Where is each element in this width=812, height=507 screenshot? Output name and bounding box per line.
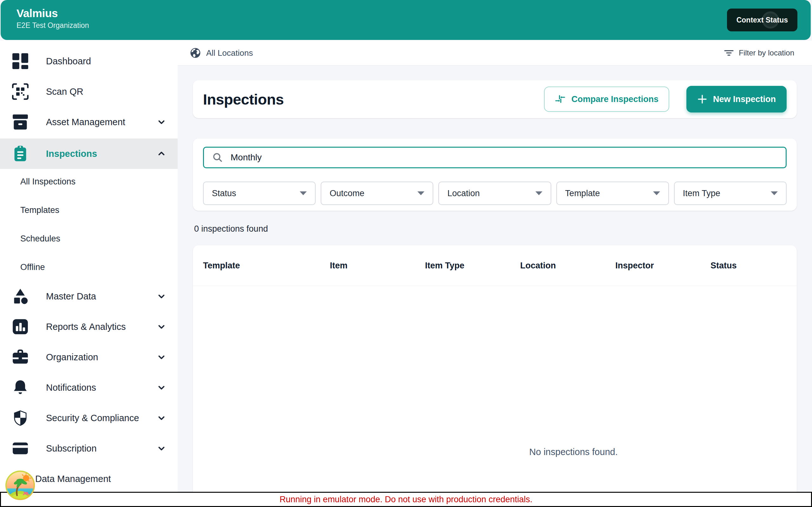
compare-arrows-icon [555,94,565,105]
clipboard-icon [11,146,29,162]
sidebar-item-label: Master Data [46,291,96,302]
column-header-status: Status [711,261,786,271]
template-filter-label: Template [565,188,600,199]
location-filter-dropdown[interactable]: Location [438,181,551,205]
search-filter-card: Status Outcome Location Template Item Ty… [193,138,797,211]
plus-icon [697,94,707,104]
item-type-filter-dropdown[interactable]: Item Type [674,181,786,205]
item-type-filter-label: Item Type [683,188,720,199]
chevron-down-icon [157,413,166,423]
sidebar-item-notifications[interactable]: Notifications [0,372,177,403]
sidebar-item-security-compliance[interactable]: Security & Compliance [0,403,177,433]
page-title: Inspections [203,91,284,108]
sidebar-item-label: Security & Compliance [46,413,139,424]
filter-lines-icon [724,48,734,58]
sidebar-item-schedules[interactable]: Schedules [0,224,177,253]
sidebar-item-subscription[interactable]: Subscription [0,433,177,464]
sidebar-item-label: Asset Management [46,117,125,127]
brand: Valmius E2E Test Organization [16,7,89,30]
sidebar-item-inspections[interactable]: Inspections [0,138,177,169]
column-header-template: Template [203,261,330,271]
sidebar-item-offline[interactable]: Offline [0,253,177,281]
column-header-item: Item [330,261,425,271]
caret-down-icon [536,191,542,195]
title-actions: Compare Inspections New Inspection [544,86,786,112]
sidebar-item-label: Reports & Analytics [46,322,125,332]
table-header-row: Template Item Item Type Location Inspect… [193,245,797,286]
archive-box-icon [11,114,29,130]
search-input[interactable] [230,152,777,163]
all-locations-label: All Locations [206,48,253,58]
status-filter-label: Status [212,188,236,199]
shapes-icon [11,288,29,304]
template-filter-dropdown[interactable]: Template [556,181,669,205]
page-header-card: Inspections Compare Inspections [193,80,797,118]
app-title: Valmius [16,7,89,20]
sidebar-item-label: Notifications [46,383,96,393]
compare-inspections-label: Compare Inspections [571,95,658,104]
briefcase-icon [11,349,29,365]
sidebar-item-master-data[interactable]: Master Data [0,281,177,312]
sidebar-item-all-inspections[interactable]: All Inspections [0,167,177,196]
caret-down-icon [771,191,778,195]
sidebar-item-templates[interactable]: Templates [0,196,177,224]
location-filter-label: Location [447,188,479,199]
status-filter-dropdown[interactable]: Status [203,181,316,205]
search-icon [212,152,223,163]
compare-inspections-button[interactable]: Compare Inspections [544,87,669,112]
context-status-button[interactable]: Context Status [727,9,798,32]
new-inspection-label: New Inspection [713,95,776,104]
sidebar-item-label: Scan QR [46,87,84,97]
app-window: Valmius E2E Test Organization Context St… [0,0,812,507]
sidebar-subitem-label: Schedules [20,234,60,244]
filter-by-location-label: Filter by location [739,49,794,57]
sidebar-item-scan-qr[interactable]: Scan QR [0,76,177,107]
qr-code-icon [11,83,29,100]
chevron-down-icon [157,322,166,331]
sidebar-item-label: Inspections [46,149,97,159]
sidebar-item-data-management[interactable]: Data Management [0,464,177,494]
column-header-inspector: Inspector [615,261,711,271]
caret-down-icon [417,191,424,195]
results-count: 0 inspections found [194,224,796,234]
desert-island-icon [5,470,35,500]
credit-card-icon [11,440,29,457]
caret-down-icon [653,191,660,195]
chevron-down-icon [157,117,166,127]
bar-chart-icon [11,319,29,335]
emulator-warning-text: Running in emulator mode. Do not use wit… [280,495,532,504]
filters-row: Status Outcome Location Template Item Ty… [203,181,786,205]
app-header: Valmius E2E Test Organization Context St… [1,0,811,40]
new-inspection-button[interactable]: New Inspection [687,86,786,112]
caret-down-icon [300,191,307,195]
sidebar: Dashboard Scan QR [0,41,177,492]
column-header-location: Location [520,261,615,271]
column-header-item-type: Item Type [425,261,520,271]
outcome-filter-label: Outcome [329,188,364,199]
location-topbar: All Locations Filter by location [177,41,812,66]
avatar-ghost-icon [762,11,779,29]
org-subtitle: E2E Test Organization [16,21,89,30]
sidebar-subitem-label: Offline [20,262,45,272]
search-box [203,147,786,168]
sidebar-item-reports-analytics[interactable]: Reports & Analytics [0,312,177,342]
sidebar-item-label: Organization [46,352,98,362]
sidebar-item-dashboard[interactable]: Dashboard [0,46,177,76]
outcome-filter-dropdown[interactable]: Outcome [321,181,433,205]
chevron-down-icon [157,291,166,301]
chevron-down-icon [157,444,166,453]
chevron-down-icon [157,383,166,392]
sidebar-item-label: Dashboard [46,56,91,66]
all-locations-selector[interactable]: All Locations [190,47,253,59]
sidebar-item-organization[interactable]: Organization [0,342,177,372]
shield-icon [11,410,29,426]
filter-by-location-button[interactable]: Filter by location [724,48,794,58]
sidebar-subitem-label: Templates [20,205,59,215]
sidebar-item-label: Subscription [46,443,97,454]
empty-state-message: No inspections found. [529,447,618,457]
emulator-warning-banner: Running in emulator mode. Do not use wit… [0,492,812,507]
sidebar-item-asset-management[interactable]: Asset Management [0,107,177,137]
inspections-table-card: Template Item Item Type Location Inspect… [193,245,797,492]
dashboard-icon [11,53,29,69]
sidebar-item-label: Data Management [35,474,111,484]
